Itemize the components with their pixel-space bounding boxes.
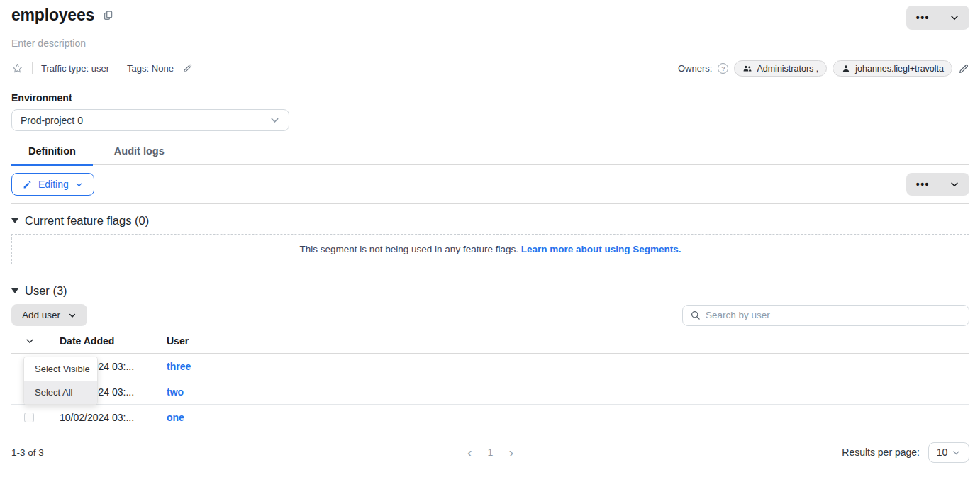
owner-pill-user[interactable]: johannes.liegl+travolta — [833, 60, 952, 77]
definition-actions-chevron-button[interactable] — [940, 173, 969, 196]
editing-actions-row: Editing ••• — [11, 173, 969, 196]
menu-item-select-all[interactable]: Select All — [24, 381, 97, 404]
environment-selected-value: Prod-project 0 — [21, 115, 83, 126]
owner-pill-administrators[interactable]: Administrators , — [734, 60, 827, 77]
group-icon — [742, 64, 752, 74]
ellipsis-icon: ••• — [916, 13, 930, 23]
user-link[interactable]: three — [167, 361, 969, 372]
edit-tags-pencil-icon[interactable] — [182, 63, 193, 74]
tab-definition[interactable]: Definition — [11, 145, 93, 164]
table-row: 10/02/2024 03:... one — [11, 405, 969, 430]
user-link[interactable]: one — [167, 412, 969, 423]
chevron-down-icon — [68, 311, 77, 320]
caret-down-icon — [11, 288, 18, 293]
pencil-icon — [23, 180, 32, 189]
results-per-page-select[interactable]: 10 — [928, 442, 969, 463]
definition-more-actions-button[interactable]: ••• — [906, 173, 940, 196]
chevron-down-icon — [950, 179, 959, 189]
user-section-heading: User (3) — [25, 284, 67, 298]
edit-owners-pencil-icon[interactable] — [958, 63, 969, 74]
definition-actions-group: ••• — [906, 173, 969, 196]
search-input[interactable] — [706, 310, 962, 320]
search-icon — [690, 310, 701, 320]
chevron-down-icon — [269, 115, 280, 125]
segment-detail-page: employees ••• Enter description — [0, 0, 980, 464]
caret-down-icon — [11, 218, 18, 223]
page-title: employees — [11, 6, 94, 25]
divider — [11, 274, 969, 274]
star-icon[interactable] — [11, 62, 23, 74]
environment-block: Environment Prod-project 0 — [11, 92, 969, 131]
feature-flags-heading: Current feature flags (0) — [25, 214, 149, 228]
menu-item-select-visible[interactable]: Select Visible — [24, 357, 97, 381]
add-user-button[interactable]: Add user — [11, 304, 87, 326]
environment-label: Environment — [11, 92, 969, 103]
editing-button[interactable]: Editing — [11, 173, 94, 196]
column-header-date-added: Date Added — [60, 335, 167, 347]
pager: ‹ 1 › — [467, 445, 513, 459]
table-row: 10/02/2024 03:... two — [11, 379, 969, 405]
user-controls-row: Add user — [11, 304, 969, 326]
prev-page-icon[interactable]: ‹ — [467, 445, 472, 459]
traffic-type-label: Traffic type: user — [41, 63, 109, 74]
learn-more-link[interactable]: Learn more about using Segments. — [521, 244, 681, 254]
owner-pill-label: Administrators , — [757, 64, 818, 74]
tab-bar: Definition Audit logs — [11, 145, 969, 165]
owner-pill-label: johannes.liegl+travolta — [855, 64, 944, 74]
environment-select[interactable]: Prod-project 0 — [11, 109, 289, 131]
user-section-toggle[interactable]: User (3) — [11, 284, 969, 298]
divider — [11, 203, 969, 204]
column-header-user: User — [167, 335, 969, 347]
results-per-page: Results per page: 10 — [842, 442, 969, 463]
select-menu-chevron-button[interactable] — [25, 336, 60, 346]
more-actions-button[interactable]: ••• — [906, 6, 940, 30]
feature-flags-empty-state: This segment is not being used in any fe… — [11, 234, 969, 264]
results-per-page-label: Results per page: — [842, 447, 920, 458]
table-row: 10/02/2024 03:... three — [11, 354, 969, 379]
row-checkbox[interactable] — [24, 413, 34, 422]
ellipsis-icon: ••• — [916, 179, 930, 189]
row-date: 10/02/2024 03:... — [60, 412, 167, 423]
pagination-footer: 1-3 of 3 ‹ 1 › Results per page: 10 — [11, 441, 969, 464]
owners-label: Owners: — [678, 63, 712, 74]
description-placeholder[interactable]: Enter description — [11, 38, 969, 49]
table-header-row: Date Added User — [11, 335, 969, 354]
next-page-icon[interactable]: › — [508, 445, 513, 459]
segment-actions-group: ••• — [906, 6, 969, 30]
user-search-box — [682, 305, 969, 326]
help-icon[interactable]: ? — [718, 63, 728, 74]
results-summary: 1-3 of 3 — [11, 447, 44, 458]
actions-chevron-button[interactable] — [940, 6, 969, 30]
select-dropdown-menu: Select Visible Select All — [23, 357, 98, 405]
empty-state-text: This segment is not being used in any fe… — [300, 244, 518, 254]
add-user-label: Add user — [22, 310, 60, 320]
tags-label: Tags: None — [127, 63, 174, 74]
editing-button-label: Editing — [38, 179, 69, 190]
feature-flags-section-toggle[interactable]: Current feature flags (0) — [11, 214, 969, 228]
current-page-number[interactable]: 1 — [488, 447, 494, 458]
chevron-down-icon — [950, 13, 959, 23]
meta-row: Traffic type: user Tags: None Owners: ? — [11, 60, 969, 77]
title-row: employees ••• — [11, 6, 969, 30]
divider — [118, 62, 118, 74]
tab-audit-logs[interactable]: Audit logs — [104, 145, 174, 164]
chevron-down-icon — [75, 181, 83, 189]
divider — [32, 62, 33, 74]
user-link[interactable]: two — [167, 386, 969, 398]
chevron-down-icon — [952, 448, 961, 457]
person-icon — [841, 64, 851, 74]
copy-icon[interactable] — [103, 10, 113, 21]
user-table: Date Added User 10/02/2024 03:... three … — [11, 335, 969, 430]
results-per-page-value: 10 — [937, 447, 948, 458]
